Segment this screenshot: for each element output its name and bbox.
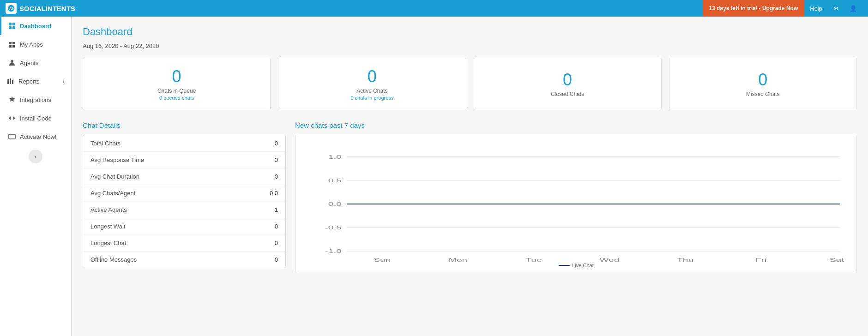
total-chats-value: 0 (275, 140, 278, 147)
longest-chat-value: 0 (275, 240, 278, 246)
svg-point-6 (11, 60, 13, 63)
stat-card-active-chats: 0 Active Chats 0 chats in progress (278, 58, 466, 110)
active-agents-value: 1 (275, 206, 278, 213)
longest-chat-label: Longest Chat (90, 240, 126, 246)
closed-chats-label: Closed Chats (551, 91, 584, 97)
sidebar-item-my-apps[interactable]: My Apps (0, 35, 71, 54)
svg-text:Mon: Mon (448, 257, 467, 263)
my-apps-icon (8, 40, 16, 48)
install-code-icon (8, 114, 16, 122)
svg-rect-4 (9, 26, 12, 29)
chart-container: 1.0 0.5 0.0 -0.5 -1.0 Sun Mon Tue Wed Th… (295, 135, 857, 273)
details-row-total-chats: Total Chats 0 (83, 135, 285, 152)
chart-title: New chats past 7 days (295, 121, 857, 129)
svg-text:Wed: Wed (600, 257, 620, 263)
page-title: Dashboard (83, 26, 857, 38)
reports-chevron-icon: › (63, 78, 65, 85)
avg-chats-agent-label: Avg Chats/Agent (90, 190, 135, 197)
svg-text:0.0: 0.0 (328, 201, 342, 207)
details-row-avg-response: Avg Response Time 0 (83, 152, 285, 168)
main-content: Dashboard Aug 16, 2020 - Aug 22, 2020 0 … (72, 17, 868, 336)
sidebar-item-integrations[interactable]: Integrations (0, 90, 71, 109)
offline-messages-label: Offline Messages (90, 256, 137, 263)
stat-card-closed-chats: 0 Closed Chats (474, 58, 662, 110)
svg-rect-3 (12, 23, 15, 25)
legend-label: Live Chat (572, 263, 593, 268)
details-table: Total Chats 0 Avg Response Time 0 Avg Ch… (83, 135, 286, 268)
avg-chats-agent-value: 0.0 (270, 190, 278, 197)
sidebar-label-my-apps: My Apps (20, 41, 43, 48)
logo-text: SOCIALINTENTS (19, 5, 75, 12)
missed-chats-label: Missed Chats (746, 91, 780, 97)
layout: Dashboard My Apps Agents Reports › (0, 17, 868, 336)
closed-chats-number: 0 (563, 71, 572, 89)
email-button[interactable]: ✉ (828, 0, 844, 17)
missed-chats-number: 0 (758, 71, 767, 89)
topbar: SI SOCIALINTENTS 13 days left in trial -… (0, 0, 868, 17)
chat-details-title: Chat Details (83, 121, 286, 129)
details-row-longest-chat: Longest Chat 0 (83, 235, 285, 252)
svg-text:-1.0: -1.0 (325, 248, 342, 254)
logo-icon: SI (6, 3, 17, 14)
svg-rect-8 (10, 78, 11, 84)
chat-details-panel: Chat Details Total Chats 0 Avg Response … (83, 121, 286, 273)
svg-text:Sun: Sun (374, 257, 391, 263)
svg-text:Sat: Sat (830, 257, 844, 263)
svg-rect-7 (7, 79, 9, 84)
details-row-active-agents: Active Agents 1 (83, 202, 285, 218)
chats-in-queue-label: Chats in Queue (157, 88, 196, 94)
chats-in-queue-number: 0 (172, 67, 181, 86)
details-row-avg-chats-agent: Avg Chats/Agent 0.0 (83, 185, 285, 202)
svg-text:-0.5: -0.5 (325, 225, 342, 231)
user-button[interactable]: 👤 (844, 0, 862, 17)
activate-now-icon (8, 132, 16, 141)
longest-wait-label: Longest Wait (90, 223, 125, 230)
svg-rect-10 (9, 134, 15, 139)
total-chats-label: Total Chats (90, 140, 121, 147)
details-row-longest-wait: Longest Wait 0 (83, 218, 285, 235)
active-chats-sublabel: 0 chats in progress (350, 95, 393, 101)
longest-wait-value: 0 (275, 223, 278, 230)
chart-panel: New chats past 7 days 1.0 0.5 0.0 -0.5 (295, 121, 857, 273)
svg-rect-5 (12, 26, 15, 29)
svg-rect-9 (12, 80, 13, 84)
sidebar-label-reports: Reports (18, 78, 40, 85)
help-button[interactable]: Help (804, 0, 828, 17)
logo: SI SOCIALINTENTS (6, 3, 75, 14)
chart-legend: Live Chat (558, 263, 593, 268)
sidebar-label-dashboard: Dashboard (20, 23, 51, 30)
avg-response-value: 0 (275, 156, 278, 163)
bottom-section: Chat Details Total Chats 0 Avg Response … (83, 121, 857, 273)
avg-response-label: Avg Response Time (90, 156, 144, 163)
chart-svg: 1.0 0.5 0.0 -0.5 -1.0 Sun Mon Tue Wed Th… (303, 143, 849, 265)
svg-text:Tue: Tue (525, 257, 542, 263)
sidebar: Dashboard My Apps Agents Reports › (0, 17, 72, 336)
avg-duration-label: Avg Chat Duration (90, 173, 139, 180)
stat-card-chats-in-queue: 0 Chats in Queue 0 queued chats (83, 58, 271, 110)
dashboard-icon (8, 22, 16, 30)
sidebar-item-install-code[interactable]: Install Code (0, 109, 71, 127)
sidebar-label-integrations: Integrations (20, 96, 51, 103)
details-row-offline-messages: Offline Messages 0 (83, 252, 285, 268)
details-row-avg-duration: Avg Chat Duration 0 (83, 168, 285, 185)
stat-cards: 0 Chats in Queue 0 queued chats 0 Active… (83, 58, 857, 110)
sidebar-item-agents[interactable]: Agents (0, 54, 71, 72)
sidebar-item-dashboard[interactable]: Dashboard (0, 17, 71, 35)
chats-in-queue-sublabel: 0 queued chats (159, 95, 194, 101)
sidebar-item-activate-now[interactable]: Activate Now! (0, 127, 71, 146)
trial-banner[interactable]: 13 days left in trial - Upgrade Now (703, 0, 805, 17)
sidebar-label-agents: Agents (20, 60, 38, 66)
stat-card-missed-chats: 0 Missed Chats (669, 58, 857, 110)
integrations-icon (8, 96, 16, 104)
topbar-right: 13 days left in trial - Upgrade Now Help… (703, 0, 862, 17)
svg-text:0.5: 0.5 (328, 178, 342, 184)
svg-rect-2 (9, 23, 12, 25)
sidebar-item-reports[interactable]: Reports › (0, 72, 71, 90)
offline-messages-value: 0 (275, 256, 278, 263)
svg-text:1.0: 1.0 (328, 154, 342, 160)
sidebar-collapse-button[interactable]: ‹ (29, 150, 42, 163)
svg-text:Fri: Fri (755, 257, 766, 263)
svg-text:SI: SI (9, 6, 13, 11)
agents-icon (8, 59, 16, 67)
avg-duration-value: 0 (275, 173, 278, 180)
